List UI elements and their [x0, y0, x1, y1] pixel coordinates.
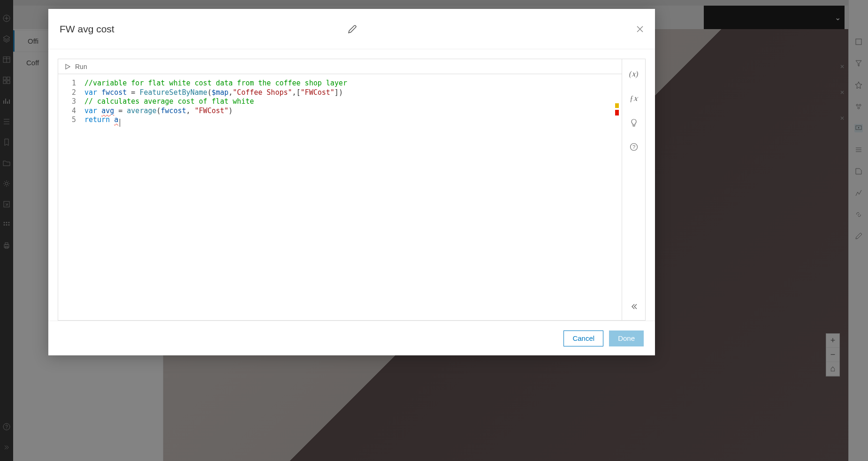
- minimap-scrollbar[interactable]: [615, 74, 622, 320]
- modal-footer: Cancel Done: [48, 321, 655, 355]
- editor-main: Run 1 2 3 4 5 //variable for flat white …: [58, 59, 622, 320]
- pencil-icon[interactable]: [347, 24, 358, 34]
- code-content[interactable]: //variable for flat white cost data from…: [84, 74, 615, 320]
- line-number-gutter: 1 2 3 4 5: [58, 74, 84, 320]
- line-number: 5: [58, 115, 76, 125]
- line-number: 1: [58, 79, 76, 88]
- help-tab-icon[interactable]: ?: [629, 142, 639, 152]
- minimap-warning-marker: [615, 103, 619, 108]
- code-line-5: return a: [84, 115, 615, 125]
- code-editor[interactable]: 1 2 3 4 5 //variable for flat white cost…: [58, 74, 622, 320]
- functions-tab-icon[interactable]: ƒ𝑥: [629, 93, 639, 103]
- modal-body: Run 1 2 3 4 5 //variable for flat white …: [48, 49, 655, 321]
- modal-header: FW avg cost: [48, 9, 655, 49]
- line-number: 4: [58, 107, 76, 116]
- run-button[interactable]: Run: [58, 59, 622, 74]
- expression-title: FW avg cost: [60, 23, 114, 35]
- code-line-2: var fwcost = FeatureSetByName($map,"Coff…: [84, 88, 615, 98]
- variables-tab-icon[interactable]: (𝑥): [629, 69, 639, 79]
- cancel-button[interactable]: Cancel: [563, 330, 603, 346]
- suggestions-tab-icon[interactable]: [629, 117, 639, 128]
- line-number: 3: [58, 97, 76, 107]
- collapse-rail-icon[interactable]: [629, 301, 639, 312]
- code-line-1: //variable for flat white cost data from…: [84, 79, 615, 88]
- expression-editor-modal: FW avg cost Run 1 2 3: [48, 9, 655, 355]
- minimap-error-marker: [615, 110, 619, 115]
- close-icon[interactable]: [635, 24, 645, 34]
- line-number: 2: [58, 88, 76, 98]
- text-cursor: [120, 119, 120, 127]
- code-line-3: // calculates average cost of flat white: [84, 97, 615, 107]
- run-label: Run: [75, 63, 87, 70]
- editor-tool-rail: (𝑥) ƒ𝑥 ?: [622, 59, 645, 320]
- play-icon: [65, 64, 70, 69]
- done-button[interactable]: Done: [609, 330, 644, 346]
- code-line-4: var avg = average(fwcost, "FWCost"): [84, 107, 615, 116]
- editor-frame: Run 1 2 3 4 5 //variable for flat white …: [58, 59, 646, 321]
- svg-text:?: ?: [632, 144, 635, 150]
